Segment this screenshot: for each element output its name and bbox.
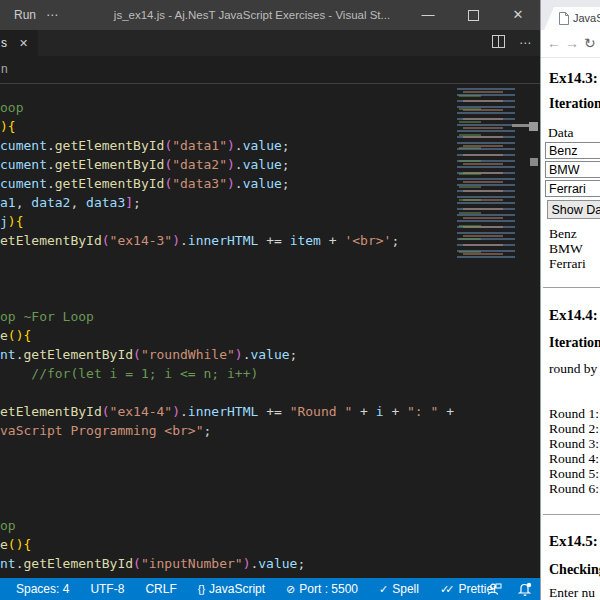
data3-input[interactable] [545, 180, 600, 197]
statusbar-item-icon: ⊘ [286, 583, 295, 596]
code-line [0, 459, 454, 478]
code-line: ){ [0, 117, 454, 136]
code-editor[interactable]: oop){cument.getElementById("data1").valu… [0, 85, 540, 578]
show-data-button[interactable]: Show Data [547, 200, 600, 219]
maximize-button[interactable] [451, 0, 495, 30]
subheading-ex14-3: Iteration [549, 96, 600, 112]
browser-toolbar: ← → ↻ [541, 30, 600, 58]
scrollbar-marker [530, 158, 538, 166]
code-line [0, 497, 454, 516]
code-line: etElementById("ex14-3").innerHTML += ite… [0, 231, 454, 250]
code-line: op [0, 516, 454, 535]
statusbar-item-icon: ✓ [379, 583, 388, 596]
browser-content: Ex14.3: Ite Iteration Data Show Data Ben… [541, 58, 600, 600]
browser-tabstrip: JavaScript [541, 0, 600, 30]
code-line: cument.getElementById("data1").value; [0, 136, 454, 155]
round-item: Round 3: [549, 436, 599, 451]
statusbar-item-label: Port : 5500 [299, 582, 358, 596]
output-list: Benz BMW Ferrari [549, 226, 586, 271]
output-item: Ferrari [549, 256, 586, 271]
minimap[interactable] [457, 88, 519, 260]
breadcrumb: n [0, 56, 540, 84]
browser-window: JavaScript ← → ↻ Ex14.3: Ite Iteration D… [540, 0, 600, 600]
close-button[interactable]: ✕ [496, 0, 540, 30]
code-line: cument.getElementById("data2").value; [0, 155, 454, 174]
browser-tab[interactable]: JavaScript [544, 7, 600, 30]
data1-input[interactable] [545, 142, 600, 159]
tab-close-icon[interactable]: ✕ [19, 30, 28, 56]
code-line: vaScript Programming <br>"; [0, 421, 454, 440]
statusbar-item[interactable]: ⊘Port : 5500 [286, 582, 358, 596]
code-line [0, 269, 454, 288]
divider [543, 287, 600, 288]
editor-tab-bar: s ✕ ⋯ [0, 30, 540, 56]
code-line: e(){ [0, 535, 454, 554]
code-line: nt.getElementById("inputNumber").value; [0, 554, 454, 573]
output-item: BMW [549, 241, 586, 256]
vscode-window: Run ⋯ js_ex14.js - Aj.NesT JavaScript Ex… [0, 0, 540, 600]
editor-actions-more-button[interactable]: ⋯ [519, 36, 532, 50]
round-item: Round 6: [549, 481, 599, 496]
code-line: op ~For Loop [0, 307, 454, 326]
heading-ex14-5: Ex14.5: W [549, 533, 600, 550]
heading-ex14-4: Ex14.4: W [549, 307, 600, 324]
forward-button[interactable]: → [565, 30, 579, 57]
minimize-button[interactable]: — [406, 0, 450, 30]
minimap-texture [459, 88, 481, 260]
reload-button[interactable]: ↻ [584, 30, 596, 57]
enter-number-text: Enter nu [549, 585, 595, 600]
round-item: Round 4: [549, 451, 599, 466]
code-line: j){ [0, 212, 454, 231]
divider [543, 514, 600, 515]
maximize-icon [468, 10, 479, 21]
statusbar-item-icon: ✓✓ [440, 583, 450, 596]
statusbar-items: Spaces: 4UTF-8CRLF{}JavaScript⊘Port : 55… [16, 578, 497, 600]
code-line [0, 478, 454, 497]
data2-input[interactable] [545, 161, 600, 178]
page-favicon-icon [559, 12, 569, 25]
statusbar-item[interactable]: ✓Spell [379, 582, 419, 596]
statusbar-item[interactable]: {}JavaScript [198, 582, 265, 596]
statusbar-item-label: JavaScript [209, 582, 265, 596]
rounds-list: Round 1: Round 2: Round 3: Round 4: Roun… [549, 406, 599, 496]
statusbar-item-label: Spell [392, 582, 419, 596]
back-button[interactable]: ← [547, 30, 561, 57]
editor-tab[interactable]: s ✕ [0, 30, 38, 56]
statusbar-item-icon: {} [198, 583, 205, 595]
screen: Run ⋯ js_ex14.js - Aj.NesT JavaScript Ex… [0, 0, 600, 600]
scrollbar-thumb[interactable] [529, 122, 538, 131]
code-line: a1, data2, data3]; [0, 193, 454, 212]
statusbar-item[interactable]: Spaces: 4 [16, 582, 69, 596]
round-by-text: round by [549, 361, 597, 377]
code-line: e(){ [0, 326, 454, 345]
notifications-bell-icon[interactable] [518, 582, 532, 596]
code-line [0, 440, 454, 459]
subheading-ex14-4: Iteration [549, 335, 600, 351]
statusbar-item[interactable]: CRLF [145, 582, 176, 596]
browser-tab-title: JavaScript [573, 7, 600, 30]
round-item: Round 1: [549, 406, 599, 421]
data-label: Data [548, 125, 573, 141]
heading-ex14-3: Ex14.3: Ite [549, 70, 600, 87]
round-item: Round 5: [549, 466, 599, 481]
vscode-titlebar: Run ⋯ js_ex14.js - Aj.NesT JavaScript Ex… [0, 0, 540, 30]
code-line: cument.getElementById("data3").value; [0, 174, 454, 193]
round-item: Round 2: [549, 421, 599, 436]
code-line: etElementById("ex14-4").innerHTML += "Ro… [0, 402, 454, 421]
statusbar-item-label: UTF-8 [90, 582, 124, 596]
accounts-icon[interactable] [487, 582, 502, 596]
output-item: Benz [549, 226, 586, 241]
statusbar-item-label: CRLF [145, 582, 176, 596]
code-line [0, 288, 454, 307]
code-line [0, 383, 454, 402]
status-bar: Spaces: 4UTF-8CRLF{}JavaScript⊘Port : 55… [0, 578, 540, 600]
code-line: //for(let i = 1; i <= n; i++) [0, 364, 454, 383]
code-line [0, 250, 454, 269]
code-line: nt.getElementById("roundWhile").value; [0, 345, 454, 364]
statusbar-item-label: Spaces: 4 [16, 582, 69, 596]
code-line: oop [0, 98, 454, 117]
subheading-ex14-5: Checking [549, 562, 600, 578]
statusbar-item[interactable]: UTF-8 [90, 582, 124, 596]
code-lines: oop){cument.getElementById("data1").valu… [0, 98, 454, 573]
split-editor-icon[interactable] [492, 34, 505, 52]
